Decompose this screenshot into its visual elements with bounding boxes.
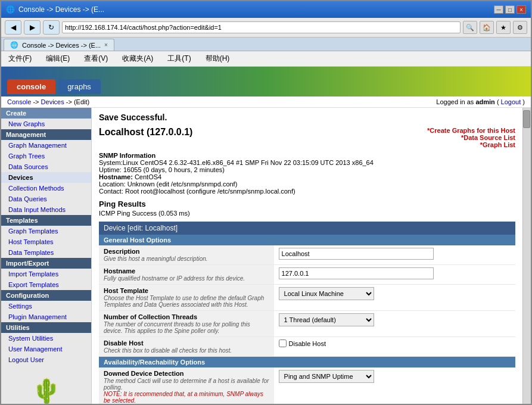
field-input-hostname[interactable]	[279, 267, 434, 279]
sidebar-item-import-templates[interactable]: Import Templates	[1, 269, 91, 279]
browser-tab-icon: 🌐	[10, 41, 18, 49]
sidebar-item-graph-management[interactable]: Graph Management	[1, 140, 91, 151]
sidebar-item-graph-templates[interactable]: Graph Templates	[1, 226, 91, 236]
field-value-cell-host-template: Local Linux Machine None	[274, 285, 515, 311]
menu-file[interactable]: 文件(F)	[6, 52, 34, 65]
tab-console[interactable]: console	[7, 79, 55, 94]
window: 🌐 Console -> Devices -> (E... ─ □ × ◀ ▶ …	[0, 0, 532, 405]
scrollbar[interactable]	[522, 108, 531, 404]
sidebar-item-plugin-management[interactable]: Plugin Management	[1, 311, 91, 322]
window-icon: 🌐	[6, 5, 15, 14]
sidebar-item-settings[interactable]: Settings	[1, 301, 91, 311]
title-bar-left: 🌐 Console -> Devices -> (E...	[6, 5, 104, 14]
content-area: Create New Graphs Management Graph Manag…	[1, 108, 531, 404]
home-button[interactable]: 🏠	[480, 21, 494, 34]
sidebar-item-data-sources[interactable]: Data Sources	[1, 161, 91, 172]
sidebar-item-logout-user[interactable]: Logout User	[1, 354, 91, 365]
general-options-header: General Host Options	[99, 235, 515, 245]
app-header: console graphs	[1, 67, 531, 96]
sidebar-item-new-graphs[interactable]: New Graphs	[1, 119, 91, 129]
tools-button[interactable]: ⚙	[513, 21, 527, 34]
sidebar-header-create: Create	[1, 108, 91, 119]
sidebar-item-graph-trees[interactable]: Graph Trees	[1, 151, 91, 161]
field-row-host-template: Host Template Choose the Host Template t…	[99, 285, 515, 311]
sidebar-item-data-input-methods[interactable]: Data Input Methods	[1, 204, 91, 215]
window-title: Console -> Devices -> (E...	[18, 5, 104, 14]
menu-bar: 文件(F) 编辑(E) 查看(V) 收藏夹(A) 工具(T) 帮助(H)	[1, 51, 531, 67]
breadcrumb: Console -> Devices -> (Edit)	[7, 98, 89, 105]
title-bar: 🌐 Console -> Devices -> (E... ─ □ ×	[1, 1, 531, 18]
create-graphs-link[interactable]: *Create Graphs for this Host	[427, 127, 515, 134]
breadcrumb-edit: (Edit)	[74, 98, 89, 105]
browser-tab-label: Console -> Devices -> (E...	[22, 42, 101, 49]
browser-tab[interactable]: 🌐 Console -> Devices -> (E... ×	[4, 39, 114, 51]
ping-title: Ping Results	[99, 200, 515, 208]
field-desc-downed-device-note: NOTE: It is recommended that, at a minim…	[104, 391, 269, 404]
favorites-button[interactable]: ★	[496, 21, 511, 34]
sidebar: Create New Graphs Management Graph Manag…	[1, 108, 92, 404]
graph-list-link[interactable]: *Graph List	[427, 141, 515, 148]
tab-graphs[interactable]: graphs	[58, 79, 101, 94]
field-value-cell-downed-device: Ping and SNMP Uptime SNMP Uptime Ping No…	[274, 367, 515, 404]
right-links: *Create Graphs for this Host *Data Sourc…	[427, 127, 515, 148]
field-checkbox-disable-host[interactable]	[279, 339, 287, 347]
save-message: Save Successful.	[99, 113, 515, 122]
field-desc-downed-device: The method Cacti will use to determine i…	[104, 378, 269, 391]
snmp-label: SNMP Information	[99, 152, 155, 159]
field-label-description: Description	[104, 248, 269, 255]
sidebar-item-host-templates[interactable]: Host Templates	[1, 236, 91, 247]
tab-close-button[interactable]: ×	[104, 42, 108, 48]
field-value-cell-disable-host: Disable Host	[274, 337, 515, 357]
data-source-list-link[interactable]: *Data Source List	[427, 134, 515, 141]
sidebar-item-devices[interactable]: Devices	[1, 172, 91, 183]
breadcrumb-devices[interactable]: Devices	[41, 98, 64, 105]
field-row-hostname: Hostname Fully qualified hostname or IP …	[99, 265, 515, 285]
breadcrumb-bar: Console -> Devices -> (Edit) Logged in a…	[1, 96, 531, 108]
search-button[interactable]: 🔍	[463, 21, 477, 34]
field-select-host-template[interactable]: Local Linux Machine None	[279, 287, 374, 300]
field-label-cell-description: Description Give this host a meaningful …	[99, 245, 274, 265]
field-input-description[interactable]	[279, 248, 434, 260]
field-label-disable-host: Disable Host	[104, 339, 269, 347]
field-desc-threads: The number of concurrent threads to use …	[104, 321, 269, 334]
menu-view[interactable]: 查看(V)	[82, 52, 110, 65]
menu-tools[interactable]: 工具(T)	[165, 52, 193, 65]
maximize-button[interactable]: □	[505, 5, 515, 14]
field-row-downed-device: Downed Device Detection The method Cacti…	[99, 367, 515, 404]
logged-in-paren-close: )	[522, 98, 525, 105]
field-label-cell-downed-device: Downed Device Detection The method Cacti…	[99, 367, 274, 404]
refresh-button[interactable]: ↻	[43, 20, 60, 35]
breadcrumb-console[interactable]: Console	[7, 98, 31, 105]
host-header-area: *Create Graphs for this Host *Data Sourc…	[99, 127, 515, 148]
field-value-cell-hostname	[274, 265, 515, 285]
minimize-button[interactable]: ─	[494, 5, 503, 14]
field-row-threads: Number of Collection Threads The number …	[99, 311, 515, 337]
logged-in-username: admin	[475, 98, 494, 105]
disable-host-label: Disable Host	[279, 339, 511, 347]
field-label-hostname: Hostname	[104, 267, 269, 275]
sidebar-item-export-templates[interactable]: Export Templates	[1, 279, 91, 290]
sidebar-item-system-utilities[interactable]: System Utilities	[1, 333, 91, 344]
menu-edit[interactable]: 编辑(E)	[43, 52, 72, 65]
field-row-description: Description Give this host a meaningful …	[99, 245, 515, 265]
title-bar-controls: ─ □ ×	[494, 5, 526, 14]
back-button[interactable]: ◀	[5, 20, 21, 35]
disable-host-label-text: Disable Host	[289, 340, 326, 347]
sidebar-item-data-templates[interactable]: Data Templates	[1, 247, 91, 258]
logout-link[interactable]: Logout	[501, 98, 521, 105]
sidebar-header-configuration: Configuration	[1, 290, 91, 301]
close-window-button[interactable]: ×	[517, 5, 526, 14]
ping-section: Ping Results ICMP Ping Success (0.053 ms…	[99, 200, 515, 217]
menu-help[interactable]: 帮助(H)	[203, 52, 232, 65]
field-select-downed-device[interactable]: Ping and SNMP Uptime SNMP Uptime Ping No…	[279, 370, 374, 383]
sidebar-item-collection-methods[interactable]: Collection Methods	[1, 183, 91, 194]
address-bar[interactable]	[62, 21, 461, 33]
sidebar-item-user-management[interactable]: User Management	[1, 344, 91, 354]
field-value-cell-threads: 1 Thread (default) 2 Threads 4 Threads	[274, 311, 515, 337]
logged-in-paren-open: (	[497, 98, 499, 105]
breadcrumb-sep1: ->	[33, 98, 41, 105]
sidebar-item-data-queries[interactable]: Data Queries	[1, 194, 91, 204]
menu-favorites[interactable]: 收藏夹(A)	[120, 52, 155, 65]
field-select-threads[interactable]: 1 Thread (default) 2 Threads 4 Threads	[279, 313, 374, 326]
forward-button[interactable]: ▶	[24, 20, 41, 35]
